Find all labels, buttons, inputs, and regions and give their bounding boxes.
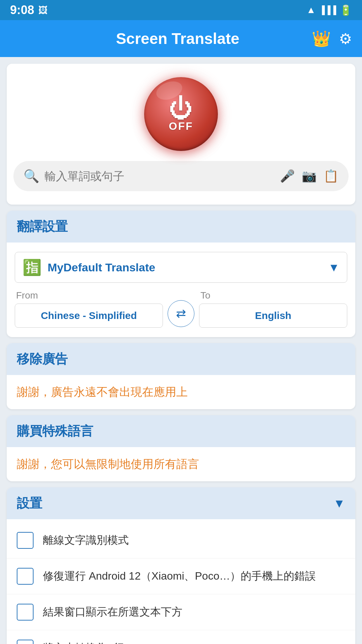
status-icons-right: ▲ ▐▐▐ 🔋 (306, 4, 352, 16)
buy-languages-card: 購買特殊語言 謝謝，您可以無限制地使用所有語言 (7, 415, 355, 481)
search-input[interactable] (45, 170, 275, 183)
search-action-icons: 🎤 📷 📋 (280, 169, 339, 183)
translation-settings-card: 翻譯設置 🈯 MyDefault Translate ▼ From Chines… (7, 211, 355, 337)
to-language-button[interactable]: English (199, 304, 347, 328)
remove-ads-title: 移除廣告 (17, 351, 68, 368)
app-bar-icons: 👑 ⚙ (312, 30, 352, 48)
buy-languages-body: 謝謝，您可以無限制地使用所有語言 (7, 447, 355, 481)
swap-languages-button[interactable]: ⇄ (168, 300, 194, 327)
power-card: ⏻ OFF 🔍 🎤 📷 📋 (7, 64, 355, 205)
remove-ads-message: 謝謝，廣告永遠不會出現在應用上 (17, 385, 188, 398)
settings-chevron-icon: ▼ (333, 496, 345, 511)
power-icon: ⏻ (169, 96, 193, 120)
buy-languages-header: 購買特殊語言 (7, 415, 355, 447)
settings-label-3: 將文本轉換為1行 (43, 641, 345, 644)
translation-settings-header: 翻譯設置 (7, 211, 355, 243)
remove-ads-body: 謝謝，廣告永遠不會出現在應用上 (7, 375, 355, 409)
battery-icon: 🔋 (340, 4, 352, 16)
buy-languages-message: 謝謝，您可以無限制地使用所有語言 (17, 458, 199, 470)
status-bar-left: 9:08 🖼 (10, 3, 48, 17)
settings-icon[interactable]: ⚙ (339, 30, 352, 47)
wifi-icon: ▲ (306, 5, 316, 15)
settings-title: 設置 (17, 495, 42, 512)
app-bar-title: Screen Translate (44, 30, 312, 48)
translator-icon: 🈯 (22, 258, 42, 276)
remove-ads-card: 移除廣告 謝謝，廣告永遠不會出現在應用上 (7, 343, 355, 409)
from-label: From (15, 290, 163, 301)
settings-header: 設置 ▼ (7, 487, 355, 519)
settings-item: 將文本轉換為1行 (7, 630, 355, 644)
settings-list: 離線文字識別模式修復運行 Android 12（Xiaomi、Poco…）的手機… (7, 519, 355, 644)
settings-item: 修復運行 Android 12（Xiaomi、Poco…）的手機上的錯誤 (7, 558, 355, 594)
translator-dropdown[interactable]: 🈯 MyDefault Translate ▼ (15, 252, 347, 283)
crown-icon[interactable]: 👑 (312, 30, 331, 48)
app-bar: Screen Translate 👑 ⚙ (0, 20, 362, 57)
remove-ads-header: 移除廣告 (7, 343, 355, 375)
settings-label-2: 結果窗口顯示在所選文本下方 (43, 605, 345, 620)
from-lang-group: From Chinese - Simplified (15, 290, 163, 328)
settings-label-1: 修復運行 Android 12（Xiaomi、Poco…）的手機上的錯誤 (43, 569, 345, 584)
main-content: ⏻ OFF 🔍 🎤 📷 📋 翻譯設置 🈯 MyDefault Translate (0, 57, 362, 644)
status-bar: 9:08 🖼 ▲ ▐▐▐ 🔋 (0, 0, 362, 20)
image-icon: 🖼 (38, 5, 48, 16)
status-time: 9:08 (10, 3, 34, 17)
settings-checkbox-2[interactable] (17, 604, 34, 621)
clipboard-icon[interactable]: 📋 (323, 169, 339, 183)
settings-label-0: 離線文字識別模式 (43, 533, 345, 548)
translation-settings-title: 翻譯設置 (17, 218, 68, 235)
settings-item: 結果窗口顯示在所選文本下方 (7, 594, 355, 630)
from-language-button[interactable]: Chinese - Simplified (15, 304, 163, 328)
settings-checkbox-3[interactable] (17, 640, 34, 644)
camera-icon[interactable]: 📷 (302, 169, 317, 183)
power-off-label: OFF (169, 120, 193, 132)
settings-item: 離線文字識別模式 (7, 523, 355, 558)
to-lang-group: To English (199, 290, 347, 328)
language-selector: From Chinese - Simplified ⇄ To English (15, 290, 347, 328)
signal-icon: ▐▐▐ (319, 5, 336, 15)
power-button[interactable]: ⏻ OFF (144, 77, 218, 151)
buy-languages-title: 購買特殊語言 (17, 423, 93, 440)
to-label: To (199, 290, 347, 301)
settings-card: 設置 ▼ 離線文字識別模式修復運行 Android 12（Xiaomi、Poco… (7, 487, 355, 644)
settings-checkbox-1[interactable] (17, 568, 34, 585)
search-bar: 🔍 🎤 📷 📋 (13, 161, 349, 191)
translator-dropdown-left: 🈯 MyDefault Translate (22, 258, 155, 276)
translation-body: 🈯 MyDefault Translate ▼ From Chinese - S… (7, 243, 355, 337)
dropdown-arrow-icon: ▼ (328, 261, 340, 274)
translator-name: MyDefault Translate (48, 261, 155, 274)
microphone-icon[interactable]: 🎤 (280, 169, 295, 183)
search-icon: 🔍 (23, 169, 39, 183)
settings-checkbox-0[interactable] (17, 532, 34, 549)
